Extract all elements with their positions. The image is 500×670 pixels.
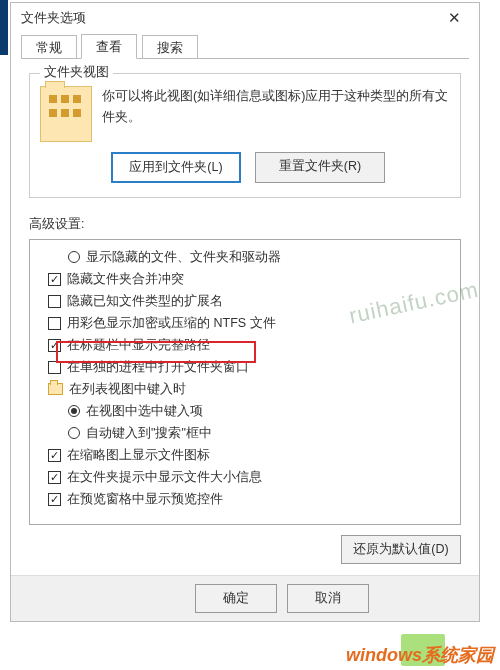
dialog-footer: 确定 取消 xyxy=(11,575,479,621)
advanced-item[interactable]: 在单独的进程中打开文件夹窗口 xyxy=(48,356,458,378)
checkbox-icon[interactable] xyxy=(48,361,61,374)
advanced-item-label: 自动键入到"搜索"框中 xyxy=(86,425,212,442)
advanced-item[interactable]: 自动键入到"搜索"框中 xyxy=(48,422,458,444)
folder-view-text: 你可以将此视图(如详细信息或图标)应用于这种类型的所有文件夹。 xyxy=(102,86,450,142)
advanced-item[interactable]: ✓隐藏文件夹合并冲突 xyxy=(48,268,458,290)
checkbox-icon[interactable] xyxy=(48,317,61,330)
advanced-item-label: 隐藏文件夹合并冲突 xyxy=(67,271,184,288)
advanced-item[interactable]: 在列表视图中键入时 xyxy=(48,378,458,400)
app-left-strip xyxy=(0,0,8,55)
apply-to-folders-button[interactable]: 应用到文件夹(L) xyxy=(111,152,241,183)
advanced-item[interactable]: 用彩色显示加密或压缩的 NTFS 文件 xyxy=(48,312,458,334)
titlebar: 文件夹选项 ✕ xyxy=(11,3,479,33)
advanced-item-label: 在单独的进程中打开文件夹窗口 xyxy=(67,359,249,376)
advanced-label: 高级设置: xyxy=(29,216,461,233)
advanced-item-label: 在列表视图中键入时 xyxy=(69,381,186,398)
checkbox-icon[interactable]: ✓ xyxy=(48,339,61,352)
advanced-item[interactable]: 隐藏已知文件类型的扩展名 xyxy=(48,290,458,312)
radio-icon[interactable] xyxy=(68,405,80,417)
advanced-item-label: 用彩色显示加密或压缩的 NTFS 文件 xyxy=(67,315,276,332)
tab-view[interactable]: 查看 xyxy=(81,34,137,59)
advanced-item[interactable]: ✓在缩略图上显示文件图标 xyxy=(48,444,458,466)
tab-content: 文件夹视图 你可以将此视图(如详细信息或图标)应用于这种类型的所有文件夹。 应用… xyxy=(11,59,479,572)
folder-icon xyxy=(40,86,92,142)
folder-view-title: 文件夹视图 xyxy=(40,64,113,81)
restore-defaults-button[interactable]: 还原为默认值(D) xyxy=(341,535,461,564)
advanced-item[interactable]: ✓在文件夹提示中显示文件大小信息 xyxy=(48,466,458,488)
advanced-item[interactable]: 在视图中选中键入项 xyxy=(48,400,458,422)
folder-view-group: 文件夹视图 你可以将此视图(如详细信息或图标)应用于这种类型的所有文件夹。 应用… xyxy=(29,73,461,198)
reset-folders-button[interactable]: 重置文件夹(R) xyxy=(255,152,385,183)
advanced-item[interactable]: 显示隐藏的文件、文件夹和驱动器 xyxy=(48,246,458,268)
checkbox-icon[interactable]: ✓ xyxy=(48,493,61,506)
ok-button[interactable]: 确定 xyxy=(195,584,277,613)
checkbox-icon[interactable]: ✓ xyxy=(48,471,61,484)
advanced-item-label: 在文件夹提示中显示文件大小信息 xyxy=(67,469,262,486)
advanced-item-label: 隐藏已知文件类型的扩展名 xyxy=(67,293,223,310)
tab-strip: 常规 查看 搜索 xyxy=(11,33,479,59)
window-title: 文件夹选项 xyxy=(21,9,440,27)
advanced-item[interactable]: ✓在标题栏中显示完整路径 xyxy=(48,334,458,356)
checkbox-icon[interactable]: ✓ xyxy=(48,273,61,286)
checkbox-icon[interactable] xyxy=(48,295,61,308)
advanced-item-label: 在预览窗格中显示预览控件 xyxy=(67,491,223,508)
radio-icon[interactable] xyxy=(68,251,80,263)
close-icon[interactable]: ✕ xyxy=(440,7,469,29)
cancel-button[interactable]: 取消 xyxy=(287,584,369,613)
folder-group-icon xyxy=(48,383,63,395)
tab-general[interactable]: 常规 xyxy=(21,35,77,58)
checkbox-icon[interactable]: ✓ xyxy=(48,449,61,462)
advanced-item-label: 显示隐藏的文件、文件夹和驱动器 xyxy=(86,249,281,266)
dialog-window: 文件夹选项 ✕ 常规 查看 搜索 文件夹视图 你可以将此视图(如详细信息或图标)… xyxy=(10,2,480,622)
advanced-item-label: 在标题栏中显示完整路径 xyxy=(67,337,210,354)
advanced-item[interactable]: ✓在预览窗格中显示预览控件 xyxy=(48,488,458,510)
advanced-item-label: 在缩略图上显示文件图标 xyxy=(67,447,210,464)
radio-icon[interactable] xyxy=(68,427,80,439)
advanced-settings-list[interactable]: 显示隐藏的文件、文件夹和驱动器✓隐藏文件夹合并冲突隐藏已知文件类型的扩展名用彩色… xyxy=(29,239,461,525)
tab-search[interactable]: 搜索 xyxy=(142,35,198,58)
advanced-item-label: 在视图中选中键入项 xyxy=(86,403,203,420)
watermark-bg xyxy=(401,634,445,666)
